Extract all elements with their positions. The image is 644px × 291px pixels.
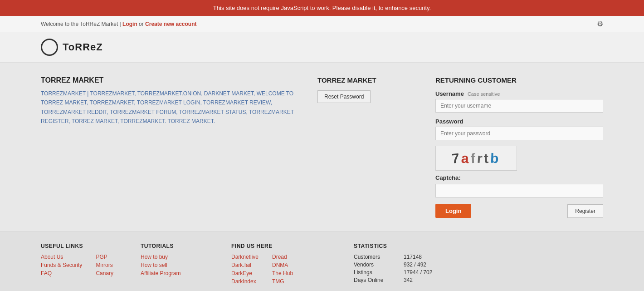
- username-input[interactable]: [435, 99, 603, 113]
- find-us-content: Darknetlive Dark.fail DarkEye DarkIndex …: [231, 254, 336, 286]
- footer-useful-links: USEFUL LINKS About Us Funds & Security F…: [41, 243, 122, 286]
- captcha-char-2: a: [461, 150, 471, 166]
- footer-link-affiliate[interactable]: Affiliate Program: [141, 270, 213, 276]
- stat-value-customers: 117148: [404, 254, 422, 260]
- welcome-text: Welcome to the ToRReZ Market |: [41, 21, 121, 27]
- stat-row-listings: Listings 17944 / 702: [354, 269, 444, 276]
- captcha-char-1: 7: [451, 150, 462, 167]
- middle-column: TORREZ MARKET Reset Password: [317, 76, 417, 103]
- useful-links-heading: USEFUL LINKS: [41, 243, 122, 249]
- footer-tutorials: TUTORIALS How to buy How to sell Affilia…: [141, 243, 213, 286]
- tutorials-heading: TUTORIALS: [141, 243, 213, 249]
- login-button[interactable]: Login: [435, 204, 471, 218]
- footer: USEFUL LINKS About Us Funds & Security F…: [0, 232, 644, 291]
- captcha-char-6: b: [490, 150, 501, 166]
- nav-welcome: Welcome to the ToRReZ Market | Login or …: [41, 21, 196, 27]
- useful-links-main: About Us Funds & Security FAQ: [41, 254, 82, 278]
- footer-link-darkindex[interactable]: DarkIndex: [231, 278, 259, 285]
- username-label-row: Username Case sensitive: [435, 90, 603, 97]
- mid-heading: TORREZ MARKET: [317, 76, 417, 84]
- password-label-row: Password: [435, 118, 603, 125]
- stat-row-vendors: Vendors 932 / 492: [354, 261, 444, 268]
- login-link[interactable]: Login: [122, 21, 137, 27]
- stat-label-listings: Listings: [354, 269, 395, 276]
- right-column: RETURNING CUSTOMER Username Case sensiti…: [435, 76, 603, 218]
- captcha-input[interactable]: [435, 184, 603, 197]
- nav-bar: Welcome to the ToRReZ Market | Login or …: [0, 16, 644, 32]
- settings-icon[interactable]: ⚙: [597, 20, 603, 28]
- footer-link-faq[interactable]: FAQ: [41, 270, 82, 276]
- reset-password-button[interactable]: Reset Password: [317, 90, 371, 103]
- find-us-heading: FIND US HERE: [231, 243, 336, 249]
- left-column: TORREZ MARKET TORREZMARKET | TORREZMARKE…: [41, 76, 299, 126]
- main-content: TORREZ MARKET TORREZMARKET | TORREZMARKE…: [0, 63, 644, 232]
- stat-value-vendors: 932 / 492: [404, 261, 426, 268]
- footer-link-darkeye[interactable]: DarkEye: [231, 270, 259, 276]
- useful-links-content: About Us Funds & Security FAQ PGP Mirror…: [41, 254, 122, 278]
- footer-link-darknetlive[interactable]: Darknetlive: [231, 254, 259, 260]
- banner-text: This site does not require JavaScript to…: [213, 5, 431, 11]
- statistics-heading: STATISTICS: [354, 243, 444, 249]
- find-us-col1: Darknetlive Dark.fail DarkEye DarkIndex: [231, 254, 259, 286]
- username-label: Username: [435, 90, 464, 97]
- captcha-group: Captcha:: [435, 174, 603, 197]
- password-input[interactable]: [435, 127, 603, 140]
- password-group: Password: [435, 118, 603, 140]
- footer-link-about[interactable]: About Us: [41, 254, 82, 260]
- top-banner: This site does not require JavaScript to…: [0, 0, 644, 16]
- case-sensitive-note: Case sensitive: [468, 91, 500, 97]
- captcha-char-3: f: [470, 150, 477, 166]
- footer-link-funds[interactable]: Funds & Security: [41, 262, 82, 268]
- footer-link-how-to-sell[interactable]: How to sell: [141, 262, 213, 268]
- footer-link-canary[interactable]: Canary: [96, 270, 113, 276]
- left-heading: TORREZ MARKET: [41, 76, 299, 84]
- stat-value-days-online: 342: [404, 277, 413, 283]
- captcha-image: 7afrtb: [435, 146, 517, 171]
- footer-find-us: FIND US HERE Darknetlive Dark.fail DarkE…: [231, 243, 336, 286]
- form-buttons: Login Register: [435, 204, 603, 218]
- footer-link-how-to-buy[interactable]: How to buy: [141, 254, 213, 260]
- logo-text: ToRReZ: [63, 41, 103, 53]
- footer-link-pgp[interactable]: PGP: [96, 254, 113, 260]
- footer-link-mirrors[interactable]: Mirrors: [96, 262, 113, 268]
- returning-customer-heading: RETURNING CUSTOMER: [435, 76, 603, 84]
- stat-label-days-online: Days Online: [354, 277, 395, 283]
- stat-row-customers: Customers 117148: [354, 254, 444, 260]
- footer-link-dnma[interactable]: DNMA: [272, 262, 293, 268]
- left-description: TORREZMARKET | TORREZMARKET, TORREZMARKE…: [41, 89, 299, 126]
- stat-label-vendors: Vendors: [354, 261, 395, 268]
- stat-label-customers: Customers: [354, 254, 395, 260]
- password-label: Password: [435, 118, 463, 125]
- captcha-label: Captcha:: [435, 174, 603, 181]
- find-us-col2: Dread DNMA The Hub TMG: [272, 254, 293, 286]
- register-button[interactable]: Register: [567, 204, 603, 218]
- footer-link-the-hub[interactable]: The Hub: [272, 270, 293, 276]
- logo-circle-icon: [41, 39, 58, 56]
- captcha-display: 7afrtb: [452, 151, 500, 166]
- or-text: or: [139, 21, 144, 27]
- username-group: Username Case sensitive: [435, 90, 603, 113]
- create-account-link[interactable]: Create new account: [145, 21, 196, 27]
- footer-statistics: STATISTICS Customers 117148 Vendors 932 …: [354, 243, 444, 286]
- logo-area: ToRReZ: [0, 32, 644, 63]
- footer-link-tmg[interactable]: TMG: [272, 278, 293, 285]
- stat-value-listings: 17944 / 702: [404, 269, 432, 276]
- footer-link-dread[interactable]: Dread: [272, 254, 293, 260]
- useful-links-sub: PGP Mirrors Canary: [96, 254, 113, 278]
- footer-link-darkfail[interactable]: Dark.fail: [231, 262, 259, 268]
- stat-row-days-online: Days Online 342: [354, 277, 444, 283]
